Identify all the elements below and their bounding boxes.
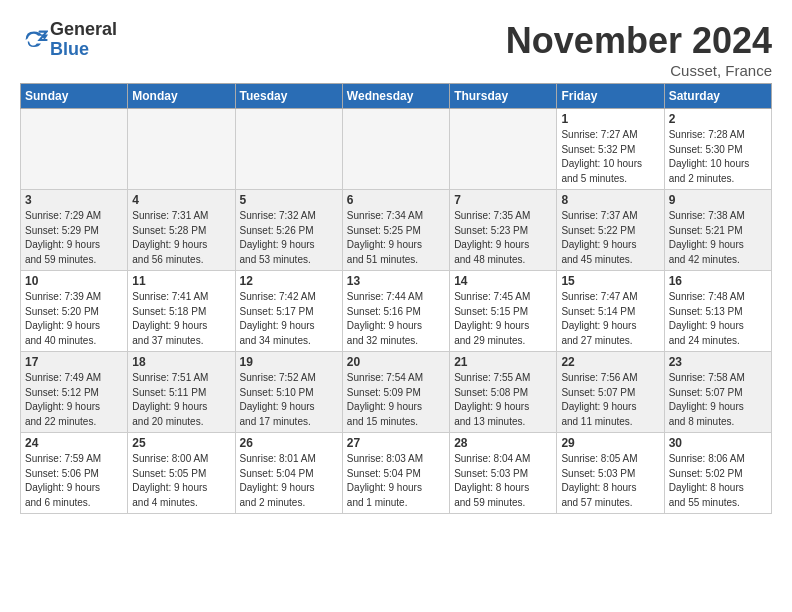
col-saturday: Saturday <box>664 84 771 109</box>
calendar-header-row: Sunday Monday Tuesday Wednesday Thursday… <box>21 84 772 109</box>
day-info: Sunrise: 7:58 AM Sunset: 5:07 PM Dayligh… <box>669 371 767 429</box>
calendar-table: Sunday Monday Tuesday Wednesday Thursday… <box>20 83 772 514</box>
table-row: 6Sunrise: 7:34 AM Sunset: 5:25 PM Daylig… <box>342 190 449 271</box>
day-number: 28 <box>454 436 552 450</box>
calendar-week-row: 24Sunrise: 7:59 AM Sunset: 5:06 PM Dayli… <box>21 433 772 514</box>
table-row: 1Sunrise: 7:27 AM Sunset: 5:32 PM Daylig… <box>557 109 664 190</box>
day-number: 11 <box>132 274 230 288</box>
table-row: 2Sunrise: 7:28 AM Sunset: 5:30 PM Daylig… <box>664 109 771 190</box>
day-number: 2 <box>669 112 767 126</box>
table-row: 21Sunrise: 7:55 AM Sunset: 5:08 PM Dayli… <box>450 352 557 433</box>
month-year: November 2024 <box>506 20 772 62</box>
day-number: 5 <box>240 193 338 207</box>
table-row <box>21 109 128 190</box>
table-row: 29Sunrise: 8:05 AM Sunset: 5:03 PM Dayli… <box>557 433 664 514</box>
day-info: Sunrise: 8:04 AM Sunset: 5:03 PM Dayligh… <box>454 452 552 510</box>
day-number: 15 <box>561 274 659 288</box>
day-number: 6 <box>347 193 445 207</box>
table-row <box>342 109 449 190</box>
day-info: Sunrise: 8:06 AM Sunset: 5:02 PM Dayligh… <box>669 452 767 510</box>
day-number: 21 <box>454 355 552 369</box>
day-number: 17 <box>25 355 123 369</box>
day-info: Sunrise: 7:34 AM Sunset: 5:25 PM Dayligh… <box>347 209 445 267</box>
day-number: 14 <box>454 274 552 288</box>
day-info: Sunrise: 8:00 AM Sunset: 5:05 PM Dayligh… <box>132 452 230 510</box>
page-container: General Blue November 2024 Cusset, Franc… <box>0 0 792 524</box>
table-row <box>450 109 557 190</box>
logo-line1: General <box>50 20 117 40</box>
table-row: 14Sunrise: 7:45 AM Sunset: 5:15 PM Dayli… <box>450 271 557 352</box>
day-number: 16 <box>669 274 767 288</box>
day-number: 3 <box>25 193 123 207</box>
table-row: 3Sunrise: 7:29 AM Sunset: 5:29 PM Daylig… <box>21 190 128 271</box>
day-info: Sunrise: 7:52 AM Sunset: 5:10 PM Dayligh… <box>240 371 338 429</box>
col-wednesday: Wednesday <box>342 84 449 109</box>
day-info: Sunrise: 7:45 AM Sunset: 5:15 PM Dayligh… <box>454 290 552 348</box>
day-number: 4 <box>132 193 230 207</box>
logo: General Blue <box>20 20 117 60</box>
day-info: Sunrise: 7:37 AM Sunset: 5:22 PM Dayligh… <box>561 209 659 267</box>
day-info: Sunrise: 7:31 AM Sunset: 5:28 PM Dayligh… <box>132 209 230 267</box>
day-info: Sunrise: 7:49 AM Sunset: 5:12 PM Dayligh… <box>25 371 123 429</box>
table-row: 27Sunrise: 8:03 AM Sunset: 5:04 PM Dayli… <box>342 433 449 514</box>
table-row <box>235 109 342 190</box>
table-row: 24Sunrise: 7:59 AM Sunset: 5:06 PM Dayli… <box>21 433 128 514</box>
col-friday: Friday <box>557 84 664 109</box>
day-number: 23 <box>669 355 767 369</box>
col-thursday: Thursday <box>450 84 557 109</box>
table-row: 25Sunrise: 8:00 AM Sunset: 5:05 PM Dayli… <box>128 433 235 514</box>
header: General Blue November 2024 Cusset, Franc… <box>20 20 772 79</box>
col-tuesday: Tuesday <box>235 84 342 109</box>
day-info: Sunrise: 7:35 AM Sunset: 5:23 PM Dayligh… <box>454 209 552 267</box>
day-number: 24 <box>25 436 123 450</box>
table-row: 12Sunrise: 7:42 AM Sunset: 5:17 PM Dayli… <box>235 271 342 352</box>
day-number: 19 <box>240 355 338 369</box>
day-number: 12 <box>240 274 338 288</box>
table-row <box>128 109 235 190</box>
day-info: Sunrise: 7:28 AM Sunset: 5:30 PM Dayligh… <box>669 128 767 186</box>
logo-line2: Blue <box>50 40 117 60</box>
table-row: 28Sunrise: 8:04 AM Sunset: 5:03 PM Dayli… <box>450 433 557 514</box>
day-info: Sunrise: 7:32 AM Sunset: 5:26 PM Dayligh… <box>240 209 338 267</box>
table-row: 11Sunrise: 7:41 AM Sunset: 5:18 PM Dayli… <box>128 271 235 352</box>
day-info: Sunrise: 7:54 AM Sunset: 5:09 PM Dayligh… <box>347 371 445 429</box>
day-info: Sunrise: 8:03 AM Sunset: 5:04 PM Dayligh… <box>347 452 445 510</box>
title-block: November 2024 Cusset, France <box>506 20 772 79</box>
day-number: 20 <box>347 355 445 369</box>
table-row: 13Sunrise: 7:44 AM Sunset: 5:16 PM Dayli… <box>342 271 449 352</box>
calendar-week-row: 17Sunrise: 7:49 AM Sunset: 5:12 PM Dayli… <box>21 352 772 433</box>
day-info: Sunrise: 7:41 AM Sunset: 5:18 PM Dayligh… <box>132 290 230 348</box>
table-row: 16Sunrise: 7:48 AM Sunset: 5:13 PM Dayli… <box>664 271 771 352</box>
day-number: 10 <box>25 274 123 288</box>
table-row: 7Sunrise: 7:35 AM Sunset: 5:23 PM Daylig… <box>450 190 557 271</box>
table-row: 15Sunrise: 7:47 AM Sunset: 5:14 PM Dayli… <box>557 271 664 352</box>
day-info: Sunrise: 7:44 AM Sunset: 5:16 PM Dayligh… <box>347 290 445 348</box>
day-info: Sunrise: 7:27 AM Sunset: 5:32 PM Dayligh… <box>561 128 659 186</box>
day-info: Sunrise: 7:38 AM Sunset: 5:21 PM Dayligh… <box>669 209 767 267</box>
table-row: 20Sunrise: 7:54 AM Sunset: 5:09 PM Dayli… <box>342 352 449 433</box>
day-info: Sunrise: 7:29 AM Sunset: 5:29 PM Dayligh… <box>25 209 123 267</box>
day-number: 1 <box>561 112 659 126</box>
table-row: 18Sunrise: 7:51 AM Sunset: 5:11 PM Dayli… <box>128 352 235 433</box>
day-number: 9 <box>669 193 767 207</box>
day-info: Sunrise: 7:47 AM Sunset: 5:14 PM Dayligh… <box>561 290 659 348</box>
table-row: 26Sunrise: 8:01 AM Sunset: 5:04 PM Dayli… <box>235 433 342 514</box>
day-number: 29 <box>561 436 659 450</box>
day-info: Sunrise: 7:42 AM Sunset: 5:17 PM Dayligh… <box>240 290 338 348</box>
logo-icon <box>20 26 48 54</box>
table-row: 10Sunrise: 7:39 AM Sunset: 5:20 PM Dayli… <box>21 271 128 352</box>
table-row: 9Sunrise: 7:38 AM Sunset: 5:21 PM Daylig… <box>664 190 771 271</box>
location: Cusset, France <box>506 62 772 79</box>
table-row: 22Sunrise: 7:56 AM Sunset: 5:07 PM Dayli… <box>557 352 664 433</box>
day-number: 18 <box>132 355 230 369</box>
day-info: Sunrise: 7:39 AM Sunset: 5:20 PM Dayligh… <box>25 290 123 348</box>
table-row: 17Sunrise: 7:49 AM Sunset: 5:12 PM Dayli… <box>21 352 128 433</box>
day-info: Sunrise: 7:51 AM Sunset: 5:11 PM Dayligh… <box>132 371 230 429</box>
calendar-week-row: 10Sunrise: 7:39 AM Sunset: 5:20 PM Dayli… <box>21 271 772 352</box>
day-info: Sunrise: 7:56 AM Sunset: 5:07 PM Dayligh… <box>561 371 659 429</box>
day-number: 22 <box>561 355 659 369</box>
col-sunday: Sunday <box>21 84 128 109</box>
day-info: Sunrise: 8:05 AM Sunset: 5:03 PM Dayligh… <box>561 452 659 510</box>
day-number: 8 <box>561 193 659 207</box>
day-number: 27 <box>347 436 445 450</box>
